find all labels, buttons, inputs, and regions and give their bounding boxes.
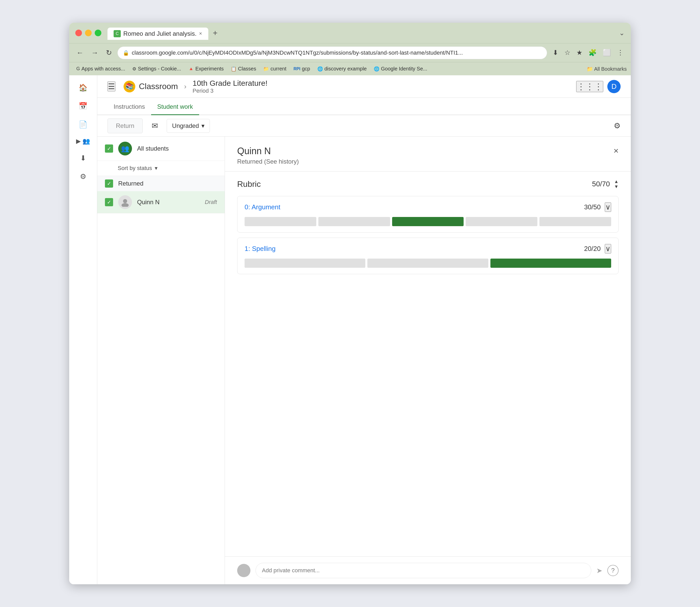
bookmark-classes-icon: 📋 <box>231 66 236 72</box>
svg-point-1 <box>122 203 129 207</box>
bookmark-rpi[interactable]: RPI gcp <box>290 65 313 73</box>
active-tab[interactable]: C Romeo and Juliet analysis. × <box>107 27 208 40</box>
maximize-window-button[interactable] <box>95 29 101 36</box>
traffic-lights <box>75 29 101 36</box>
help-button[interactable]: ? <box>607 565 619 576</box>
sidebar-assignments-button[interactable]: 📄 <box>75 116 91 132</box>
new-tab-button[interactable]: + <box>211 26 220 40</box>
bookmark-settings[interactable]: ⚙ Settings - Cookie... <box>129 65 184 73</box>
rubric-header: Rubric 50/70 ▲ ▼ <box>237 179 619 189</box>
bookmark-classes[interactable]: 📋 Classes <box>228 65 259 73</box>
sidebar-home-button[interactable]: 🏠 <box>75 79 91 96</box>
browser-menu-icon[interactable]: ⌄ <box>619 29 625 37</box>
bookmark-discovery-icon: 🌐 <box>317 66 323 72</box>
tab-bar: C Romeo and Juliet analysis. × + <box>107 26 616 40</box>
bookmark-google-identity-label: Google Identity Se... <box>381 66 427 72</box>
sidebar-archive-button[interactable]: ⬇ <box>75 150 91 166</box>
student-detail-header: Quinn N Returned (See history) × <box>225 137 631 171</box>
student-avatar <box>118 195 132 209</box>
browser-toolbar: ← → ↻ 🔒 classroom.google.com/u/0/c/NjEyM… <box>69 43 631 62</box>
student-detail-info: Quinn N Returned (See history) <box>237 146 299 165</box>
all-students-label: All students <box>137 145 169 152</box>
course-title: 10th Grade Literature! Period 3 <box>192 79 268 94</box>
classroom-logo-icon: 📚 <box>124 81 135 92</box>
student-list-panel: ✓ 👥 All students Sort by status ▾ ✓ <box>97 137 225 584</box>
section-checkbox-check-icon: ✓ <box>107 181 111 187</box>
bar-segment-4 <box>466 217 537 226</box>
user-avatar[interactable]: D <box>607 80 621 93</box>
sidebar-calendar-button[interactable]: 📅 <box>75 98 91 114</box>
student-detail-name: Quinn N <box>237 146 299 156</box>
lock-icon: 🔒 <box>123 50 129 56</box>
close-panel-button[interactable]: × <box>614 146 619 156</box>
all-bookmarks-link[interactable]: 📁 All Bookmarks <box>586 66 627 72</box>
sort-row: Sort by status ▾ <box>97 161 225 176</box>
bookmark-discovery[interactable]: 🌐 discovery example <box>314 65 370 73</box>
checkbox-check-icon: ✓ <box>107 146 111 152</box>
all-students-avatar: 👥 <box>118 142 132 155</box>
rubric-item-spelling: 1: Spelling 20/20 ∨ <box>237 238 619 274</box>
student-status: Draft <box>205 199 217 206</box>
course-period: Period 3 <box>192 87 268 94</box>
minimize-window-button[interactable] <box>85 29 91 36</box>
app-header: ☰ 📚 Classroom › 10th Grade Literature! P… <box>69 75 631 98</box>
bookmark-rpi-icon: RPI <box>293 67 301 71</box>
rubric-argument-expand-button[interactable]: ∨ <box>605 203 611 212</box>
all-students-checkbox[interactable]: ✓ <box>105 145 113 153</box>
bar-segment-2 <box>318 217 390 226</box>
bookmark-current-icon: 📁 <box>263 66 269 72</box>
back-button[interactable]: ← <box>74 47 85 59</box>
rubric-score-up-arrow[interactable]: ▲ <box>614 179 619 184</box>
student-checkbox[interactable]: ✓ <box>105 198 113 206</box>
student-row[interactable]: ✓ Quinn N Draft <box>97 191 225 213</box>
bookmark-settings-label: Settings - Cookie... <box>138 66 181 72</box>
sidebar-people-expand[interactable]: ▶ 👥 <box>69 134 97 148</box>
bookmark-apps[interactable]: G Apps with access... <box>73 65 128 73</box>
main-content: ✓ 👥 All students Sort by status ▾ ✓ <box>97 137 631 584</box>
settings-button[interactable]: ⚙ <box>614 121 621 130</box>
bookmarks-bar: G Apps with access... ⚙ Settings - Cooki… <box>69 62 631 75</box>
download-icon[interactable]: ⬇ <box>551 47 560 59</box>
comment-section: ➤ ? <box>225 557 631 584</box>
sidebar-settings-button[interactable]: ⚙ <box>75 168 91 185</box>
bookmark-current[interactable]: 📁 current <box>260 65 289 73</box>
sort-dropdown-arrow[interactable]: ▾ <box>155 165 158 171</box>
grade-dropdown[interactable]: Ungraded ▾ <box>167 119 210 133</box>
close-window-button[interactable] <box>75 29 82 36</box>
email-button[interactable]: ✉ <box>148 119 162 133</box>
tab-close-button[interactable]: × <box>199 30 202 37</box>
student-detail-status: Returned (See history) <box>237 158 299 165</box>
extensions-icon[interactable]: 🧩 <box>586 47 599 59</box>
rubric-spelling-expand-button[interactable]: ∨ <box>605 244 611 253</box>
tab-student-work[interactable]: Student work <box>151 99 199 115</box>
google-apps-button[interactable]: ⋮⋮⋮ <box>576 81 603 92</box>
send-comment-button[interactable]: ➤ <box>596 566 602 575</box>
rubric-spelling-label: 1: Spelling <box>245 245 584 253</box>
profile-icon[interactable]: ⬜ <box>601 47 613 59</box>
rubric-argument-bar <box>245 217 611 226</box>
returned-section-label: Returned <box>118 180 143 187</box>
bookmark-icon[interactable]: ☆ <box>562 47 572 59</box>
rubric-score-down-arrow[interactable]: ▼ <box>614 184 619 189</box>
more-options-icon[interactable]: ⋮ <box>615 47 626 59</box>
classroom-logo[interactable]: 📚 Classroom <box>124 81 178 92</box>
bookmark-google-identity[interactable]: 🌐 Google Identity Se... <box>371 65 430 73</box>
bookmark-classes-label: Classes <box>238 66 256 72</box>
address-bar[interactable]: 🔒 classroom.google.com/u/0/c/NjEyMDI4ODI… <box>118 46 547 59</box>
header-right: ⋮⋮⋮ D <box>576 80 621 93</box>
rubric-item-argument-header: 0: Argument 30/50 ∨ <box>245 203 611 212</box>
spelling-bar-segment-3 <box>490 258 611 268</box>
hamburger-menu-button[interactable]: ☰ <box>107 81 116 91</box>
course-name: 10th Grade Literature! <box>192 79 268 87</box>
bookmark-experiments[interactable]: 🔺 Experiments <box>185 65 227 73</box>
rubric-section: Rubric 50/70 ▲ ▼ 0: Argument 30/50 ∨ <box>225 171 631 287</box>
comment-input[interactable] <box>255 563 591 578</box>
reload-button[interactable]: ↻ <box>104 46 114 59</box>
star-icon[interactable]: ★ <box>574 47 584 59</box>
forward-button[interactable]: → <box>89 47 100 59</box>
returned-section-checkbox[interactable]: ✓ <box>105 180 113 188</box>
spacer <box>225 287 631 557</box>
rubric-score-arrows[interactable]: ▲ ▼ <box>614 179 619 189</box>
return-button[interactable]: Return <box>107 119 143 133</box>
tab-instructions[interactable]: Instructions <box>107 99 151 115</box>
